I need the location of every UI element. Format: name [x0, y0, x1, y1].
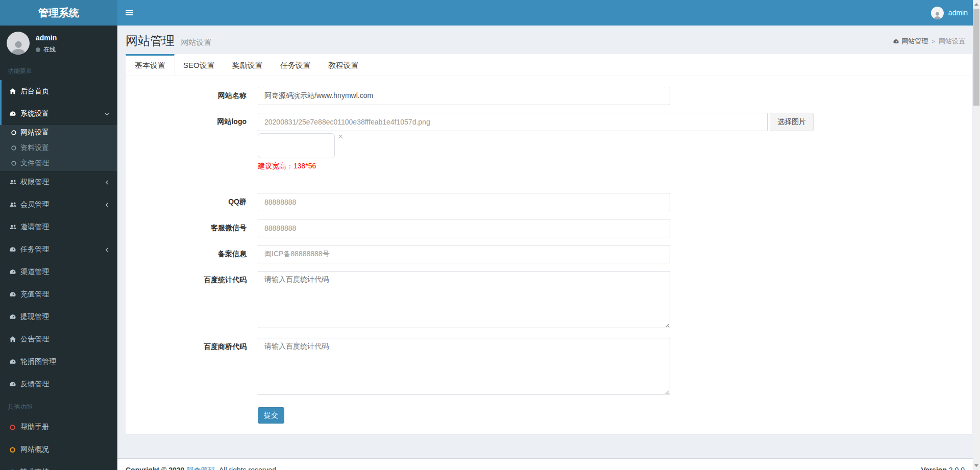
- sidebar-item-label: 反馈管理: [20, 380, 110, 389]
- site-name-label: 网站名称: [126, 87, 258, 105]
- tab-task-settings[interactable]: 任务设置: [272, 54, 320, 76]
- home-icon: [9, 88, 20, 95]
- sidebar-item-feedback[interactable]: 反馈管理: [0, 373, 117, 395]
- sidebar-item-label: 充值管理: [20, 290, 110, 299]
- remove-image-icon[interactable]: [338, 133, 343, 158]
- page-subtitle: 网站设置: [181, 38, 211, 46]
- breadcrumb-level1[interactable]: 网站管理: [893, 37, 928, 46]
- chevron-left-icon: [104, 247, 110, 253]
- page-footer: Copyright © 2020 阿奇源码. All rights reserv…: [117, 458, 980, 470]
- sidebar-item-permissions[interactable]: 权限管理: [0, 171, 117, 193]
- user-avatar: [931, 7, 944, 19]
- vertical-scrollbar[interactable]: [973, 0, 980, 470]
- submenu-item-label: 文件管理: [20, 159, 49, 168]
- submit-button[interactable]: 提交: [258, 407, 284, 424]
- site-logo-label: 网站logo: [126, 113, 258, 185]
- sidebar-item-label: 公告管理: [20, 335, 110, 344]
- baidu-stats-label: 百度统计代码: [126, 271, 258, 330]
- version: Version 2.0.0: [921, 466, 965, 470]
- scroll-up-arrow[interactable]: [973, 0, 980, 9]
- sidebar-item-help-manual[interactable]: 帮助手册: [0, 416, 117, 438]
- dashboard-icon: [9, 358, 20, 365]
- baidu-bridge-textarea[interactable]: [258, 338, 670, 395]
- status-label: 在线: [43, 45, 56, 54]
- dashboard-icon: [9, 246, 20, 253]
- dashboard-icon: [9, 268, 20, 276]
- sidebar-item-carousel[interactable]: 轮播图管理: [0, 351, 117, 373]
- sidebar-item-label: 会员管理: [20, 200, 104, 209]
- wechat-input[interactable]: [258, 219, 670, 237]
- sidebar-item-channels[interactable]: 渠道管理: [0, 261, 117, 283]
- sidebar-avatar: [7, 32, 30, 55]
- sidebar-item-label: 渠道管理: [20, 267, 110, 277]
- hamburger-icon: [126, 9, 133, 16]
- navbar-user-menu[interactable]: admin: [931, 0, 968, 26]
- sidebar-item-label: 后台首页: [20, 87, 110, 96]
- sidebar-item-label: 轮播图管理: [20, 357, 110, 366]
- sidebar-user-panel: admin 在线: [0, 26, 117, 60]
- dashboard-icon: [9, 381, 20, 388]
- sidebar-item-withdrawals[interactable]: 提现管理: [0, 306, 117, 328]
- sidebar-toggle-button[interactable]: [117, 0, 141, 26]
- sidebar-item-site-overview[interactable]: 网站概况: [0, 438, 117, 461]
- dashboard-icon: [9, 110, 20, 117]
- choose-image-button[interactable]: 选择图片: [770, 113, 814, 131]
- sidebar-item-label: 任务管理: [20, 245, 104, 254]
- sidebar-item-tasks[interactable]: 任务管理: [0, 238, 117, 261]
- submenu-item-file-management[interactable]: 文件管理: [0, 156, 117, 171]
- page-title: 网站管理: [126, 33, 175, 49]
- sidebar-item-label: 权限管理: [20, 178, 104, 187]
- top-navbar: 管理系统 admin: [0, 0, 980, 26]
- chevron-left-icon: [104, 180, 110, 185]
- app-logo[interactable]: 管理系统: [0, 0, 117, 26]
- tab-basic-settings[interactable]: 基本设置: [126, 54, 175, 76]
- navbar-username: admin: [948, 9, 968, 17]
- sidebar-item-system-settings[interactable]: 系统设置: [0, 103, 117, 125]
- users-icon: [9, 201, 20, 208]
- basic-settings-form: 网站名称 网站logo 选择图片 建议宽高：138*56: [126, 76, 972, 434]
- submenu-item-site-settings[interactable]: 网站设置: [0, 125, 117, 140]
- scrollbar-thumb[interactable]: [973, 9, 979, 106]
- scroll-down-arrow[interactable]: [973, 461, 980, 470]
- tab-seo-settings[interactable]: SEO设置: [175, 54, 224, 76]
- sidebar-item-label: 帮助手册: [20, 423, 110, 432]
- site-logo-input[interactable]: [258, 113, 768, 131]
- submenu-item-label: 资料设置: [20, 143, 49, 153]
- submenu-item-profile-settings[interactable]: 资料设置: [0, 140, 117, 156]
- sidebar-item-announcements[interactable]: 公告管理: [0, 328, 117, 351]
- sidebar-item-home[interactable]: 后台首页: [0, 80, 117, 103]
- sidebar-item-recharge[interactable]: 充值管理: [0, 283, 117, 306]
- sidebar-item-label: 系统设置: [20, 109, 104, 118]
- sidebar-item-label: 提现管理: [20, 312, 110, 321]
- qq-group-input[interactable]: [258, 193, 670, 211]
- tab-tutorial-settings[interactable]: 教程设置: [320, 54, 368, 76]
- brand-link[interactable]: 阿奇源码: [186, 466, 215, 470]
- sidebar-username: admin: [36, 34, 57, 42]
- sidebar-item-label: 邀请管理: [20, 222, 110, 232]
- submenu-system-settings: 网站设置 资料设置 文件管理: [0, 125, 117, 171]
- wechat-label: 客服微信号: [126, 219, 258, 237]
- dashboard-icon: [9, 291, 20, 298]
- icp-input[interactable]: [258, 245, 670, 263]
- copyright: Copyright © 2020 阿奇源码. All rights reserv…: [126, 466, 278, 470]
- sidebar-item-members[interactable]: 会员管理: [0, 193, 117, 216]
- baidu-stats-textarea[interactable]: [258, 271, 670, 328]
- sidebar-item-invitations[interactable]: 邀请管理: [0, 216, 117, 238]
- circle-o-icon: [11, 145, 20, 151]
- users-icon: [9, 179, 20, 186]
- tab-reward-settings[interactable]: 奖励设置: [224, 54, 272, 76]
- site-name-input[interactable]: [258, 87, 670, 105]
- online-status-icon: [36, 47, 40, 52]
- sidebar-item-label: 技术支持: [20, 467, 110, 470]
- sidebar: admin 在线 功能菜单 后台首页 系统设置 网站设置: [0, 26, 117, 470]
- settings-box: 基本设置 SEO设置 奖励设置 任务设置 教程设置 网站名称 网站logo 选择…: [126, 54, 972, 434]
- icp-label: 备案信息: [126, 245, 258, 263]
- sidebar-item-tech-support[interactable]: 技术支持: [0, 461, 117, 470]
- circle-o-icon: [9, 447, 20, 453]
- logo-preview: [258, 133, 335, 158]
- user-status[interactable]: 在线: [36, 45, 57, 54]
- menu-section-header: 功能菜单: [0, 60, 117, 80]
- breadcrumb-current: 网站设置: [939, 37, 965, 46]
- sidebar-item-label: 网站概况: [20, 445, 110, 454]
- content-header: 网站管理 网站设置 网站管理 > 网站设置: [117, 26, 980, 54]
